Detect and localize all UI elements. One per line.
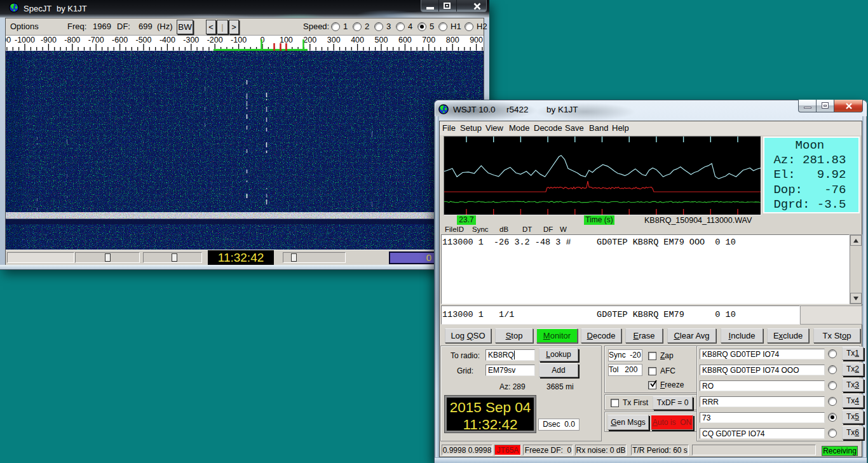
svg-text:800: 800	[446, 36, 459, 44]
svg-text:-800: -800	[64, 36, 80, 44]
svg-text:900: 900	[470, 36, 483, 44]
svg-text:-500: -500	[135, 36, 151, 44]
svg-text:-200: -200	[207, 36, 223, 44]
svg-text:-100: -100	[231, 36, 247, 44]
svg-text:600: 600	[398, 36, 412, 44]
svg-text:-1000: -1000	[15, 36, 35, 44]
svg-text:-900: -900	[41, 36, 57, 44]
svg-text:-1100: -1100	[6, 36, 11, 44]
svg-text:500: 500	[375, 36, 388, 44]
svg-text:-300: -300	[183, 36, 199, 44]
svg-text:100: 100	[280, 36, 293, 44]
svg-text:300: 300	[327, 36, 341, 44]
svg-text:-400: -400	[159, 36, 175, 44]
svg-text:700: 700	[422, 36, 435, 44]
svg-text:400: 400	[351, 36, 364, 44]
svg-text:200: 200	[303, 36, 316, 44]
svg-text:-700: -700	[88, 36, 104, 44]
svg-text:-600: -600	[112, 36, 128, 44]
